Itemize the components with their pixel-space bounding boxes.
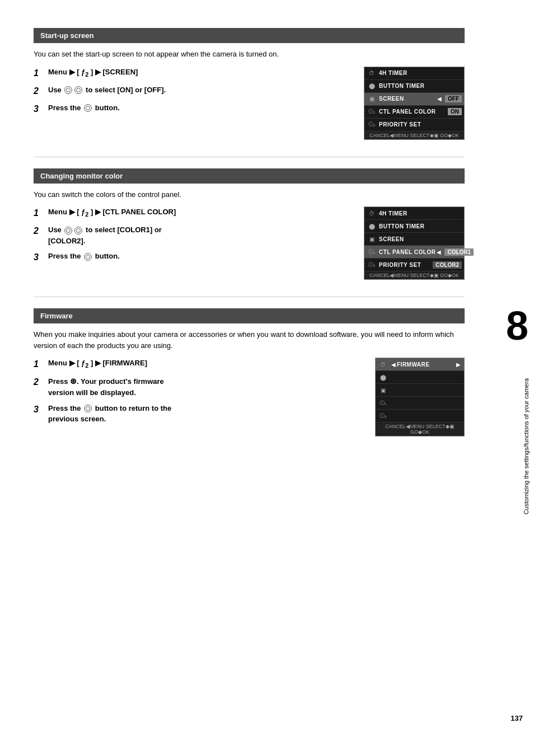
- menu-row-firmware: ⏱ ◀ FIRMWARE ▶: [376, 358, 464, 371]
- step-text: Press the button.: [48, 102, 353, 114]
- menu-value-color1: COLOR1: [444, 248, 474, 256]
- menu-row-4h-timer-2: ⏱ 4h TIMER: [364, 207, 464, 220]
- step-number: 1: [34, 67, 45, 80]
- square-icon: ▣: [367, 94, 377, 104]
- menu-label: BUTTON TIMER: [379, 83, 462, 89]
- i1-icon: ⓘ₁: [367, 247, 377, 257]
- step-3-startup: 3 Press the button.: [34, 102, 353, 116]
- section-desc-firmware: When you make inquiries about your camer…: [34, 329, 465, 351]
- i1-icon: ⓘ₁: [378, 398, 388, 408]
- menu-ui-monitor: ⏱ 4h TIMER ⬤ BUTTON TIMER ▣ SCREEN ⓘ₁ CT…: [364, 206, 465, 280]
- step-1-firmware: 1 Menu ▶ [ ƒ2 ] ▶ [FIRMWARE]: [34, 358, 364, 371]
- menu-label: PRIORITY SET: [379, 121, 462, 128]
- section-title-startup: Start-up screen: [34, 28, 465, 43]
- step-1-startup: 1 Menu ▶ [ ƒ2 ] ▶ [SCREEN]: [34, 67, 353, 80]
- arrow-indicator: ◀: [437, 96, 442, 102]
- circle-icon: ⬤: [378, 372, 388, 382]
- i2-icon: ⓘ₂: [367, 260, 377, 270]
- menu-label: PRIORITY SET: [379, 262, 430, 268]
- menu-bottom: CANCEL◀MENU SELECT◆▣ GO◆OK: [376, 422, 464, 436]
- steps-list-monitor: 1 Menu ▶ [ ƒ2 ] ▶ [CTL PANEL COLOR] 2 Us…: [34, 206, 353, 269]
- circle-icon: ⬤: [367, 221, 377, 231]
- step-2-startup: 2 Use to select [ON] or [OFF].: [34, 84, 353, 98]
- step-3-firmware: 3 Press the button to return to theprevi…: [34, 403, 364, 425]
- steps-list-startup: 1 Menu ▶ [ ƒ2 ] ▶ [SCREEN] 2 Use to sele…: [34, 67, 353, 120]
- step-2-firmware: 2 Press ⊛. Your product's firmwareversio…: [34, 375, 364, 398]
- main-content: Start-up screen You can set the start-up…: [0, 17, 498, 739]
- menu-label: CTL PANEL COLOR: [379, 109, 446, 115]
- menu-label: SCREEN: [379, 96, 436, 102]
- page-container: Start-up screen You can set the start-up…: [0, 0, 534, 756]
- arrow-indicator: ◀: [391, 361, 396, 368]
- step-number: 1: [34, 206, 45, 220]
- arrow-indicator-right: ▶: [456, 361, 461, 368]
- timer-icon: ⏱: [367, 68, 377, 78]
- menu-row-priority-set: ⓘ₂ PRIORITY SET: [364, 119, 464, 132]
- right-sidebar: 8 Customizing the settings/functions of …: [498, 17, 534, 739]
- step-number: 2: [34, 375, 45, 389]
- step-number: 3: [34, 403, 45, 416]
- section-title-firmware: Firmware: [34, 308, 465, 323]
- step-text: Press ⊛. Your product's firmwareversion …: [48, 375, 364, 398]
- step-number: 2: [34, 84, 45, 98]
- menu-value-off: OFF: [445, 95, 462, 102]
- steps-and-image-monitor: 1 Menu ▶ [ ƒ2 ] ▶ [CTL PANEL COLOR] 2 Us…: [34, 206, 465, 280]
- square-icon: ▣: [378, 385, 388, 395]
- menu-label: 4h TIMER: [379, 210, 462, 217]
- menu-label: BUTTON TIMER: [379, 223, 462, 229]
- steps-and-image-firmware: 1 Menu ▶ [ ƒ2 ] ▶ [FIRMWARE] 2 Press ⊛. …: [34, 358, 465, 436]
- step-1-monitor: 1 Menu ▶ [ ƒ2 ] ▶ [CTL PANEL COLOR]: [34, 206, 353, 220]
- step-text: Menu ▶ [ ƒ2 ] ▶ [FIRMWARE]: [48, 358, 364, 370]
- menu-label: CTL PANEL COLOR: [379, 249, 435, 255]
- menu-row-priority-set-2: ⓘ₂ PRIORITY SET COLOR2: [364, 259, 464, 271]
- chapter-label: Customizing the settings/functions of yo…: [523, 378, 530, 514]
- menu-row-ctl-color: ⓘ₁ CTL PANEL COLOR ◀ COLOR1: [364, 246, 464, 259]
- menu-bottom: CANCEL◀MENU SELECT◆▣ GO◆OK: [364, 271, 464, 279]
- section-divider: [34, 157, 465, 157]
- step-text: Press the button to return to thepreviou…: [48, 403, 364, 425]
- menu-label: 4h TIMER: [379, 70, 462, 76]
- menu-row-screen: ▣ SCREEN ◀ OFF: [364, 93, 464, 106]
- menu-value-on: ON: [448, 108, 462, 115]
- step-number: 2: [34, 224, 45, 238]
- menu-row-screen-2: ▣ SCREEN: [364, 233, 464, 246]
- section-monitor-color: Changing monitor color You can switch th…: [34, 168, 465, 280]
- menu-ui-startup: ⏱ 4h TIMER ⬤ BUTTON TIMER ▣ SCREEN ◀ OFF: [364, 67, 465, 140]
- step-3-monitor: 3 Press the button.: [34, 251, 353, 264]
- chapter-number: 8: [506, 306, 528, 346]
- i1-icon: ⓘ₁: [367, 107, 377, 117]
- step-number: 3: [34, 251, 45, 264]
- arrow-indicator: ◀: [437, 249, 441, 255]
- menu-row-ctl-panel-color: ⓘ₁ CTL PANEL COLOR ON: [364, 106, 464, 119]
- menu-bottom: CANCEL◀MENU SELECT◆▣ GO◆OK: [364, 132, 464, 139]
- section-desc-monitor: You can switch the colors of the control…: [34, 189, 465, 200]
- step-number: 3: [34, 102, 45, 116]
- menu-row-empty-4: ⓘ₂: [376, 410, 464, 422]
- page-number: 137: [510, 714, 523, 722]
- menu-label: SCREEN: [379, 236, 462, 242]
- step-text: Use to select [COLOR1] or[COLOR2].: [48, 224, 353, 246]
- step-text: Menu ▶ [ ƒ2 ] ▶ [CTL PANEL COLOR]: [48, 206, 353, 219]
- step-text: Press the button.: [48, 251, 353, 262]
- step-text: Use to select [ON] or [OFF].: [48, 84, 353, 96]
- section-title-monitor: Changing monitor color: [34, 168, 465, 184]
- menu-value-color2: COLOR2: [433, 261, 462, 269]
- menu-row-empty-3: ⓘ₁: [376, 397, 464, 410]
- section-firmware: Firmware When you make inquiries about y…: [34, 308, 465, 436]
- timer-icon: ⏱: [367, 208, 377, 218]
- menu-label: FIRMWARE: [397, 361, 455, 368]
- timer-icon: ⏱: [378, 359, 388, 369]
- steps-list-firmware: 1 Menu ▶ [ ƒ2 ] ▶ [FIRMWARE] 2 Press ⊛. …: [34, 358, 364, 429]
- menu-row-button-timer: ⬤ BUTTON TIMER: [364, 80, 464, 93]
- i2-icon: ⓘ₂: [367, 120, 377, 130]
- section-desc-startup: You can set the start-up screen to not a…: [34, 49, 465, 60]
- menu-row-empty-2: ▣: [376, 384, 464, 397]
- menu-row-empty-1: ⬤: [376, 371, 464, 384]
- steps-and-image-startup: 1 Menu ▶ [ ƒ2 ] ▶ [SCREEN] 2 Use to sele…: [34, 67, 465, 140]
- step-number: 1: [34, 358, 45, 371]
- step-2-monitor: 2 Use to select [COLOR1] or[COLOR2].: [34, 224, 353, 246]
- menu-row-4h-timer: ⏱ 4h TIMER: [364, 67, 464, 80]
- step-text: Menu ▶ [ ƒ2 ] ▶ [SCREEN]: [48, 67, 353, 79]
- square-icon: ▣: [367, 234, 377, 244]
- section-startup-screen: Start-up screen You can set the start-up…: [34, 28, 465, 140]
